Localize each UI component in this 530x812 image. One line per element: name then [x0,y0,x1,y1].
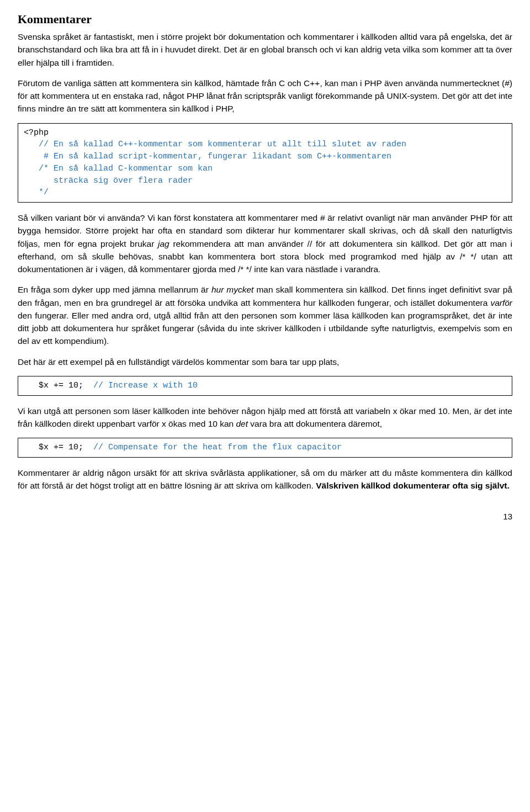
code-comment: // Compensate for the heat from the flux… [93,443,342,452]
emphasis: jag [158,239,169,248]
strong-text: Välskriven källkod dokumenterar ofta sig… [316,481,510,490]
code-comment: # En så kallad script-kommentar, fungera… [24,152,391,161]
code-block-php-comments: <?php // En så kallad C++-kommentar som … [18,123,512,203]
code-block-good-comment: $x += 10; // Compensate for the heat fro… [18,438,512,458]
text-run: vara bra att dokumentera däremot, [248,419,382,428]
section-heading: Kommentarer [18,10,512,28]
page-number: 13 [18,511,512,523]
code-block-bad-comment: $x += 10; // Increase x with 10 [18,376,512,396]
paragraph: Det här är ett exempel på en fullständig… [18,355,512,368]
paragraph: En fråga som dyker upp med jämna mellanr… [18,283,512,347]
code-comment: */ [24,188,49,197]
code-text: $x += 10; [24,443,93,452]
paragraph: Förutom de vanliga sätten att kommentera… [18,77,512,115]
paragraph: Vi kan utgå att personen som läser källk… [18,405,512,431]
emphasis: det [236,419,248,428]
paragraph: Svenska språket är fantastiskt, men i st… [18,30,512,69]
code-comment: /* En så kallad C-kommentar som kan [24,164,213,173]
text-run: En fråga som dyker upp med jämna mellanr… [18,285,211,294]
text-run: den fungerar. Eller med andra ord, utgå … [18,311,512,346]
code-comment: // Increase x with 10 [93,381,198,390]
code-line: <?php [24,128,49,137]
code-text: $x += 10; [24,381,93,390]
code-comment: sträcka sig över flera rader [24,176,193,185]
emphasis: varför [490,298,512,307]
paragraph: Så vilken variant bör vi använda? Vi kan… [18,211,512,275]
emphasis: hur mycket [211,285,254,294]
paragraph: Kommentarer är aldrig någon ursäkt för a… [18,466,512,492]
code-comment: // En så kallad C++-kommentar som kommen… [24,140,406,149]
